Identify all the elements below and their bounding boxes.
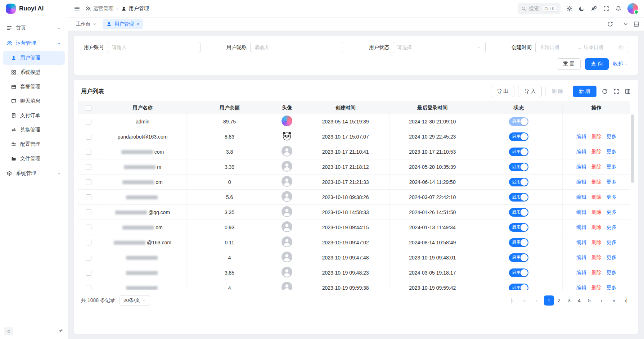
more-link[interactable]: 更多 <box>607 239 617 245</box>
delete-link[interactable]: 删除 <box>591 254 602 260</box>
status-toggle[interactable]: 启用 <box>509 132 528 141</box>
page-size-select[interactable]: 20条/页 <box>120 295 150 306</box>
status-select[interactable]: 请选择 <box>393 42 486 53</box>
sidebar-subitem-1[interactable]: 系统模型 <box>3 65 65 79</box>
row-checkbox[interactable] <box>86 225 91 230</box>
more-link[interactable]: 更多 <box>607 164 617 170</box>
status-toggle[interactable]: 启用 <box>509 253 528 262</box>
table-scrollbar[interactable] <box>631 114 634 290</box>
more-link[interactable]: 更多 <box>607 270 617 275</box>
pin-icon[interactable] <box>58 328 63 334</box>
breadcrumb-user-management[interactable]: 用户管理 <box>121 5 149 12</box>
global-search[interactable]: 搜索 Ctrl K <box>518 3 561 14</box>
select-all-checkbox[interactable] <box>86 105 91 111</box>
delete-link[interactable]: 删除 <box>591 209 602 215</box>
tab-menu-chevron-icon[interactable] <box>622 21 629 27</box>
theme-toggle-icon[interactable] <box>578 5 585 12</box>
more-link[interactable]: 更多 <box>607 194 617 200</box>
row-checkbox[interactable] <box>86 119 91 125</box>
more-link[interactable]: 更多 <box>607 149 617 154</box>
scrollbar-thumb[interactable] <box>631 114 634 183</box>
delete-link[interactable]: 删除 <box>591 270 602 275</box>
page-button-1[interactable]: 1 <box>544 295 554 306</box>
delete-link[interactable]: 删除 <box>591 194 602 200</box>
page-button-2[interactable]: 2 <box>554 295 564 306</box>
more-link[interactable]: 更多 <box>607 224 617 230</box>
status-toggle[interactable]: 启用 <box>509 238 528 247</box>
row-checkbox[interactable] <box>86 255 91 261</box>
sidebar-subitem-4[interactable]: 支付订单 <box>3 109 65 122</box>
status-toggle[interactable]: 启用 <box>509 148 528 156</box>
close-icon[interactable]: × <box>93 22 96 27</box>
export-button[interactable]: 导 出 <box>491 86 514 97</box>
edit-link[interactable]: 编辑 <box>576 285 586 290</box>
edit-link[interactable]: 编辑 <box>576 239 586 245</box>
status-toggle[interactable]: 启用 <box>509 268 528 277</box>
row-checkbox[interactable] <box>86 164 91 170</box>
status-toggle[interactable]: 启用 <box>509 223 528 232</box>
status-toggle[interactable]: 启用 <box>509 193 528 202</box>
sidebar-subitem-0[interactable]: 用户管理 <box>3 51 65 65</box>
query-button[interactable]: 查 询 <box>585 58 609 70</box>
jump-next-button[interactable]: » <box>609 295 619 306</box>
edit-link[interactable]: 编辑 <box>576 194 586 200</box>
delete-link[interactable]: 删除 <box>591 164 602 170</box>
delete-link[interactable]: 删除 <box>591 285 602 290</box>
refresh-icon[interactable] <box>607 21 613 27</box>
more-link[interactable]: 更多 <box>607 209 617 215</box>
status-toggle[interactable]: 启用 <box>509 163 528 171</box>
status-toggle[interactable]: 启用 <box>509 284 528 290</box>
user-avatar[interactable] <box>627 3 638 14</box>
edit-link[interactable]: 编辑 <box>576 209 586 215</box>
close-icon[interactable]: × <box>136 22 139 27</box>
status-toggle[interactable]: 启用 <box>509 178 528 186</box>
tab-workbench[interactable]: 工作台 × <box>72 19 100 29</box>
row-checkbox[interactable] <box>86 149 91 155</box>
notifications-icon[interactable] <box>615 5 622 12</box>
more-link[interactable]: 更多 <box>607 285 617 290</box>
sidebar-subitem-5[interactable]: 兑换管理 <box>3 123 65 137</box>
settings-icon[interactable] <box>566 5 573 12</box>
edit-link[interactable]: 编辑 <box>576 224 586 230</box>
more-link[interactable]: 更多 <box>607 254 617 260</box>
edit-link[interactable]: 编辑 <box>576 254 586 260</box>
sidebar-item-home[interactable]: 首页 <box>3 21 65 35</box>
sidebar-item-system[interactable]: 系统管理 <box>3 166 65 181</box>
prev-page-button[interactable]: ‹ <box>532 295 542 306</box>
tab-user-management[interactable]: 用户管理 × <box>103 19 143 29</box>
more-link[interactable]: 更多 <box>607 179 617 185</box>
collapse-filters-link[interactable]: 收起 <box>613 61 628 67</box>
last-page-button[interactable]: ›| <box>621 295 631 306</box>
row-checkbox[interactable] <box>86 194 91 200</box>
status-toggle[interactable]: 启用 <box>509 208 528 217</box>
app-logo[interactable]: Ruoyi AI <box>0 0 68 17</box>
page-button-5[interactable]: 5 <box>584 295 594 306</box>
edit-link[interactable]: 编辑 <box>576 134 586 139</box>
account-input[interactable]: 请输入 <box>108 42 201 53</box>
row-checkbox[interactable] <box>86 179 91 185</box>
nickname-input[interactable]: 请输入 <box>250 42 343 53</box>
edit-link[interactable]: 编辑 <box>576 179 586 185</box>
edit-link[interactable]: 编辑 <box>576 164 586 170</box>
sidebar-collapse-button[interactable]: « <box>4 327 13 335</box>
fullscreen-icon[interactable] <box>603 5 609 12</box>
sidebar-subitem-6[interactable]: 配置管理 <box>3 137 65 151</box>
delete-link[interactable]: 删除 <box>591 179 602 185</box>
status-toggle[interactable]: 启用 <box>509 117 528 126</box>
row-checkbox[interactable] <box>86 270 91 276</box>
breadcrumb-operations[interactable]: 运营管理 <box>85 5 113 12</box>
created-date-range[interactable]: 开始日期 → 结束日期 <box>535 42 628 53</box>
page-button-4[interactable]: 4 <box>574 295 584 306</box>
delete-link[interactable]: 删除 <box>591 239 602 245</box>
refresh-table-icon[interactable] <box>602 88 608 95</box>
add-button[interactable]: 新 增 <box>573 86 596 97</box>
next-page-button[interactable]: › <box>596 295 607 306</box>
language-icon[interactable] <box>591 5 597 12</box>
delete-link[interactable]: 删除 <box>591 149 602 154</box>
edit-link[interactable]: 编辑 <box>576 149 586 154</box>
delete-link[interactable]: 删除 <box>591 134 602 139</box>
row-checkbox[interactable] <box>86 209 91 215</box>
sidebar-subitem-3[interactable]: 聊天消息 <box>3 94 65 108</box>
jump-prev-button[interactable]: « <box>519 295 530 306</box>
row-checkbox[interactable] <box>86 285 91 290</box>
